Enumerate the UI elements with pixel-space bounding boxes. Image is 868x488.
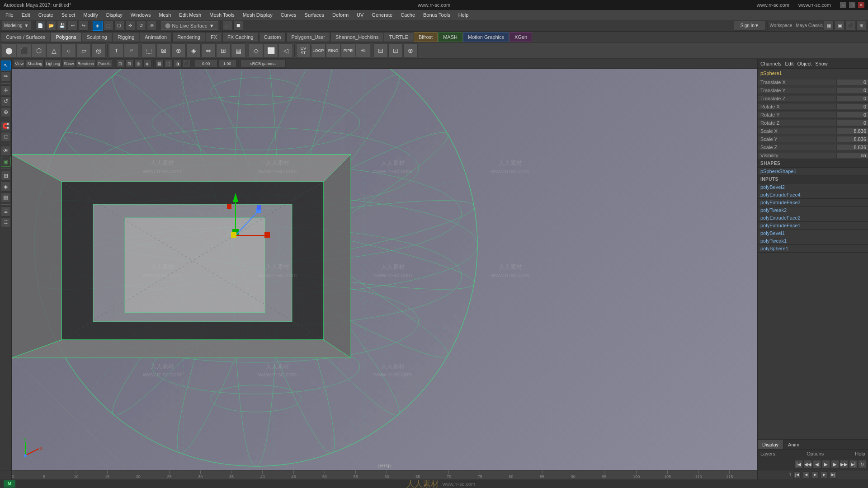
input-item-6[interactable]: polyBevel1 [758,230,868,237]
layer-btn[interactable]: ▣ [1,157,11,167]
shelf-cone[interactable]: △ [47,43,61,58]
shelf-hit[interactable]: Hlt [356,43,370,58]
menu-item-meshdisplay[interactable]: Mesh Display [239,11,276,19]
nav-play[interactable]: ▶ [822,460,830,468]
tab-rigging[interactable]: Rigging [113,32,139,42]
edit-btn[interactable]: Edit [785,61,793,66]
nav-first[interactable]: |◀ [795,460,803,468]
vp-cam3[interactable]: ◎ [134,60,142,68]
vp-tex[interactable]: ⬛ [183,60,191,68]
input-item-1[interactable]: polyExtrudeFace4 [758,191,868,199]
nav-prev[interactable]: ◀ [813,460,821,468]
tab-animation[interactable]: Animation [140,32,172,42]
menu-item-help[interactable]: Help [455,11,472,19]
nav-prev-key[interactable]: ◀◀ [804,460,812,468]
channel-value-2[interactable]: 0 [836,96,868,101]
tab-polygons[interactable]: Polygons [51,32,81,42]
menu-item-surfaces[interactable]: Surfaces [301,11,328,19]
nav-next[interactable]: ▶ [831,460,839,468]
shelf-poly[interactable]: P [124,43,138,58]
options-btn[interactable]: Options [807,451,824,456]
rotate-tool[interactable]: ↺ [136,21,146,31]
display-tab[interactable]: Display [758,440,783,449]
vp-view-btn[interactable]: View [14,60,25,68]
vp-cam4[interactable]: ◈ [143,60,151,68]
render-btn[interactable]: 🔲 [233,21,243,31]
new-button[interactable]: 📄 [35,21,45,31]
anim-tab[interactable]: Anim [783,440,804,449]
input-item-2[interactable]: polyExtrudeFace3 [758,199,868,206]
material-btn[interactable]: ◈ [1,182,11,192]
list-btn2[interactable]: ☷ [1,217,11,227]
uv-btn[interactable]: ▦ [1,192,11,202]
undo-button[interactable]: ↩ [68,21,78,31]
menu-item-file[interactable]: File [2,11,17,19]
snap-btn[interactable]: 🧲 [1,121,11,131]
scale-tool[interactable]: ⊕ [147,21,157,31]
scene-area[interactable]: 人人素材www.rr-sc.com 人人素材www.rr-sc.com 人人素材… [12,69,757,470]
shelf-bevel[interactable]: ◇ [249,43,263,58]
mode-dropdown[interactable]: Modeling ▼ [2,21,31,31]
tl-play-btn[interactable]: ▶ [811,471,819,479]
paint-select-btn[interactable]: ✏ [1,71,11,81]
tl-next-btn[interactable]: ▶ [821,471,828,479]
object-btn[interactable]: Object [797,61,811,66]
vp-shading-btn[interactable]: Shading [26,60,43,68]
shelf-plane[interactable]: ▱ [76,43,91,58]
input-item-3[interactable]: polyTweak2 [758,206,868,214]
menu-item-cache[interactable]: Cache [397,11,419,19]
menu-item-edit[interactable]: Edit [18,11,34,19]
shelf-subdivide[interactable]: ⊞ [216,43,231,58]
viewport[interactable]: View Shading Lighting Show Renderer Pane… [12,59,757,470]
menu-item-uv[interactable]: UV [353,11,367,19]
shelf-text[interactable]: T [109,43,123,58]
shelf-cube[interactable]: ⬛ [17,43,31,58]
nav-last[interactable]: ▶| [849,460,857,468]
input-item-7[interactable]: polyTweak1 [758,237,868,245]
vp-val2[interactable]: 1.00 [218,60,236,68]
vp-cam2[interactable]: ⊞ [125,60,133,68]
tab-curvessurfaces[interactable]: Curves / Surfaces [1,32,50,42]
open-button[interactable]: 📂 [46,21,56,31]
vp-grid[interactable]: ▦ [156,60,164,68]
vp-show-btn[interactable]: Show [62,60,75,68]
menu-item-generate[interactable]: Generate [368,11,396,19]
scale-tool-left[interactable]: ⊕ [1,107,11,117]
tab-custom[interactable]: Custom [259,32,286,42]
sign-in-button[interactable]: Sign In ▼ [734,21,765,31]
shelf-uv1[interactable]: UVST [296,43,311,58]
menu-item-mesh[interactable]: Mesh [155,11,175,19]
workspace-btn4[interactable]: ⊞ [856,21,866,31]
vp-lighting-btn[interactable]: Lighting [44,60,61,68]
shelf-combine[interactable]: ⊠ [156,43,171,58]
channel-value-8[interactable]: 8.836 [836,145,868,150]
channel-value-5[interactable]: 0 [836,120,868,126]
tab-turtle[interactable]: TURTLE [384,32,413,42]
shelf-mirror[interactable]: ⇔ [201,43,216,58]
workspace-btn1[interactable]: ▦ [824,21,834,31]
shelf-extra2[interactable]: ⊡ [388,43,403,58]
channel-value-6[interactable]: 8.836 [836,128,868,134]
maximize-button[interactable]: □ [849,2,855,8]
menu-item-display[interactable]: Display [103,11,126,19]
channel-value-1[interactable]: 0 [836,88,868,93]
input-item-4[interactable]: polyExtrudeFace2 [758,214,868,222]
workspace-btn3[interactable]: ⬛ [845,21,855,31]
timeline-ruler[interactable]: 0510152025303540455055606570758085909510… [12,470,757,479]
channel-value-0[interactable]: 0 [836,80,868,85]
move-tool[interactable]: ✛ [125,21,135,31]
input-item-0[interactable]: polyBevel2 [758,183,868,191]
tab-fxcaching[interactable]: FX Caching [222,32,258,42]
menu-item-curves[interactable]: Curves [277,11,300,19]
rotate-tool-left[interactable]: ↺ [1,96,11,106]
vp-gamma[interactable]: sRGB gamma [241,60,286,68]
camera-btn[interactable]: 🎥 [222,21,232,31]
menu-item-select[interactable]: Select [58,11,79,19]
shelf-smooth[interactable]: ◈ [186,43,201,58]
render-left-btn[interactable]: ⊞ [1,171,11,181]
shelf-torus[interactable]: ○ [61,43,76,58]
show-btn[interactable]: Show [815,61,828,66]
redo-button[interactable]: ↪ [79,21,89,31]
shelf-wedge[interactable]: ◁ [278,43,293,58]
shelf-bridge[interactable]: ⬜ [264,43,278,58]
